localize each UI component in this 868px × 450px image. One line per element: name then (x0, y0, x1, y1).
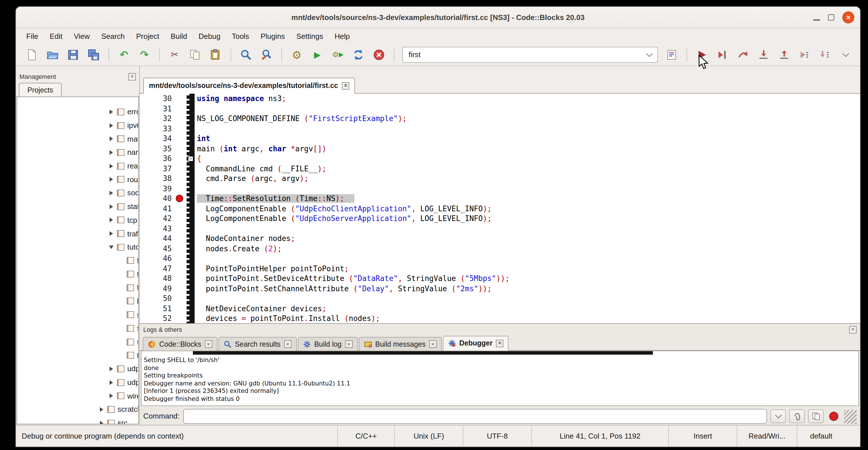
code-line-39[interactable]: 39 (140, 184, 860, 193)
expander-icon[interactable] (107, 394, 115, 398)
logs-close-button[interactable]: × (849, 326, 857, 333)
expander-icon[interactable] (107, 204, 115, 209)
save-all-button[interactable] (83, 46, 104, 63)
code-line-52[interactable]: 52 devices = pointToPoint.Install (nodes… (140, 313, 860, 323)
code-line-45[interactable]: 45 nodes.Create (2); (140, 244, 860, 253)
log-tab-close-button[interactable]: × (345, 340, 352, 348)
maximize-button[interactable] (828, 14, 834, 21)
log-tab-close-button[interactable]: × (205, 340, 212, 348)
code-line-32[interactable]: 32NS_LOG_COMPONENT_DEFINE ("FirstScriptE… (140, 114, 860, 124)
tree-item-udp-[interactable]: udp- (17, 376, 138, 389)
step-into-instruction-button[interactable] (815, 46, 835, 63)
code-line-49[interactable]: 49 pointToPoint.SetChannelAttribute ("De… (140, 283, 860, 294)
menu-tools[interactable]: Tools (226, 30, 255, 42)
code-line-36[interactable]: 36−{ (140, 154, 860, 163)
build-and-run-button[interactable]: ⚙▶ (328, 46, 348, 63)
code-line-40[interactable]: 40 Time::SetResolution (Time::NS); (140, 193, 860, 204)
tree-item-th[interactable]: th (17, 349, 138, 362)
find-button[interactable] (236, 46, 256, 63)
tree-item-trafl[interactable]: trafl (17, 227, 138, 240)
tree-item-src[interactable]: src (17, 416, 138, 424)
expander-icon[interactable] (107, 163, 115, 168)
run-button[interactable]: ▶ (307, 46, 328, 63)
code-line-50[interactable]: 50 (140, 294, 860, 303)
run-to-cursor-button[interactable] (712, 46, 733, 63)
log-tab-close-button[interactable]: × (429, 340, 437, 348)
build-button[interactable]: ⚙ (286, 46, 307, 63)
expander-icon[interactable] (98, 421, 105, 424)
tree-item-se[interactable]: se (17, 308, 138, 322)
step-into-button[interactable] (753, 46, 774, 63)
menu-settings[interactable]: Settings (290, 30, 329, 42)
expander-icon[interactable] (107, 245, 115, 249)
code-line-34[interactable]: 34int (140, 133, 860, 144)
command-input[interactable] (183, 409, 767, 423)
tree-item-real[interactable]: real (17, 159, 138, 173)
minimize-button[interactable] (813, 19, 820, 20)
log-tab-build-log[interactable]: Build log× (298, 337, 358, 351)
command-history-button[interactable] (770, 409, 786, 423)
code-line-46[interactable]: 46 (140, 253, 860, 264)
abort-button[interactable] (369, 46, 389, 63)
menu-search[interactable]: Search (96, 30, 130, 42)
expander-icon[interactable] (107, 137, 115, 141)
code-line-42[interactable]: 42 LogComponentEnable ("UdpEchoServerApp… (140, 214, 860, 223)
tree-item-stat[interactable]: stat (17, 200, 138, 213)
code-editor[interactable]: 30using namespace ns3;3132NS_LOG_COMPONE… (140, 94, 860, 323)
tree-item-fif[interactable]: fif (17, 254, 138, 267)
menu-edit[interactable]: Edit (44, 30, 68, 42)
rebuild-button[interactable] (348, 46, 369, 63)
code-line-51[interactable]: 51 NetDeviceContainer devices; (140, 303, 860, 313)
tree-item-wire[interactable]: wire (17, 389, 138, 402)
management-close-button[interactable]: × (128, 73, 136, 80)
script-console-button[interactable] (661, 46, 682, 63)
code-line-35[interactable]: 35main (int argc, char *argv[]) (140, 144, 860, 154)
debugger-log[interactable]: Setting SHELL to '/bin/sh'doneSetting br… (141, 351, 859, 406)
tree-item-rout[interactable]: rout (17, 173, 138, 186)
editor-tab-first-cc[interactable]: mnt/dev/tools/source/ns-3-dev/examples/t… (143, 78, 355, 94)
undo-button[interactable]: ↶ (114, 46, 134, 63)
code-line-31[interactable]: 31 (140, 103, 860, 114)
code-line-47[interactable]: 47 PointToPointHelper pointToPoint; (140, 264, 860, 274)
code-line-48[interactable]: 48 pointToPoint.SetDeviceAttribute ("Dat… (140, 274, 860, 283)
code-line-41[interactable]: 41 LogComponentEnable ("UdpEchoClientApp… (140, 204, 860, 214)
build-target-combobox[interactable]: first (402, 47, 658, 63)
code-line-44[interactable]: 44 NodeContainer nodes; (140, 234, 860, 244)
menu-view[interactable]: View (68, 30, 96, 42)
expander-icon[interactable] (107, 110, 115, 114)
toolbar-overflow-button[interactable] (835, 46, 856, 63)
titlebar[interactable]: mnt/dev/tools/source/ns-3-dev/examples/t… (16, 7, 860, 29)
menu-build[interactable]: Build (165, 30, 193, 42)
log-tab-debugger[interactable]: Debugger× (443, 336, 509, 351)
tree-item-fir[interactable]: fir (17, 268, 138, 281)
tree-item-fo[interactable]: fo (17, 281, 138, 294)
tree-item-six[interactable]: six (17, 335, 138, 348)
editor-tab-close-button[interactable]: × (342, 82, 349, 89)
attach-button[interactable] (789, 409, 805, 423)
tree-item-ipv6[interactable]: ipv6 (17, 119, 138, 132)
log-tab-build-messages[interactable]: Build messages× (359, 337, 442, 351)
menu-debug[interactable]: Debug (193, 30, 226, 42)
expander-icon[interactable] (107, 367, 115, 371)
menu-file[interactable]: File (21, 30, 44, 42)
step-out-button[interactable] (774, 46, 795, 63)
tree-item-sock[interactable]: sock (17, 186, 138, 200)
save-button[interactable] (63, 46, 83, 63)
expander-icon[interactable] (107, 177, 115, 182)
code-line-38[interactable]: 38 cmd.Parse (argc, argv); (140, 174, 860, 184)
menu-help[interactable]: Help (329, 30, 355, 42)
tree-item-se[interactable]: se (17, 322, 138, 335)
expander-icon[interactable] (107, 150, 115, 155)
tab-projects[interactable]: Projects (19, 83, 62, 96)
tree-item-erro[interactable]: erro (17, 105, 138, 119)
log-tab-close-button[interactable]: × (496, 339, 503, 347)
log-tab-code-blocks[interactable]: Code::Blocks× (143, 337, 217, 351)
close-button[interactable]: × (842, 11, 854, 23)
copy-log-button[interactable] (808, 409, 824, 423)
resize-grip[interactable] (844, 410, 857, 424)
menu-plugins[interactable]: Plugins (255, 30, 290, 42)
copy-button[interactable] (185, 46, 206, 63)
paste-button[interactable] (206, 46, 226, 63)
expander-icon[interactable] (107, 123, 115, 128)
new-file-button[interactable] (22, 46, 42, 63)
